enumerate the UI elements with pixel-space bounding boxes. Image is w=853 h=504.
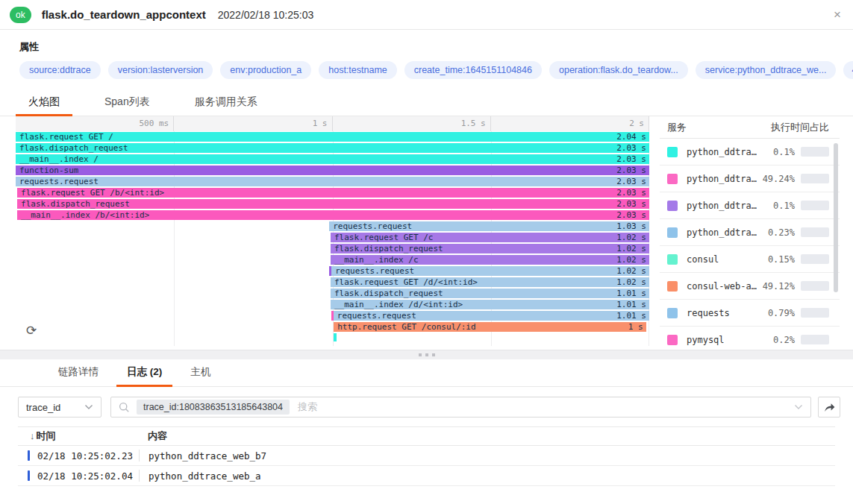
span-duration: 2.03 s — [616, 166, 649, 175]
status-badge: ok — [10, 7, 31, 23]
scrollbar-thumb[interactable] — [834, 143, 838, 292]
log-row[interactable]: 02/18 10:25:02.04python_ddtrace_web_a — [18, 466, 835, 486]
field-select[interactable]: trace_id — [18, 397, 101, 418]
flame-bar[interactable]: flask.dispatch_request1.01 s — [331, 289, 649, 298]
service-color-swatch — [667, 281, 678, 292]
service-progress-bar — [801, 281, 829, 291]
flame-bar[interactable]: function-sum2.03 s — [16, 166, 649, 175]
log-table: ↓时间 内容 02/18 10:25:02.23python_ddtrace_w… — [18, 426, 835, 486]
chevron-down-icon — [84, 404, 93, 410]
service-percent: 0.15% — [757, 254, 795, 265]
tab-active[interactable]: 火焰图 — [16, 95, 72, 116]
service-color-swatch — [667, 254, 678, 265]
attribute-tag[interactable]: service:python_ddtrace_we... — [696, 61, 837, 79]
service-row[interactable]: pymysql0.2% — [660, 327, 840, 346]
flame-bar[interactable]: requests.request1.01 s — [331, 311, 649, 321]
attribute-tag[interactable]: env:production_a — [220, 61, 311, 79]
time-column-header[interactable]: ↓时间 — [30, 429, 148, 443]
service-column-label: 服务 — [667, 121, 687, 134]
service-row[interactable]: python_ddtra…49.24% — [660, 166, 840, 192]
flame-bar[interactable]: requests.request1.02 s — [329, 266, 649, 276]
span-name: requests.request — [16, 177, 99, 186]
flame-bar[interactable]: requests.request1.03 s — [329, 221, 649, 231]
attribute-tags: source:ddtraceversion:lasterversionenv:p… — [19, 61, 835, 79]
search-icon — [119, 402, 130, 413]
log-accent-bar — [28, 470, 30, 481]
main-area: 500 ms1 s1.5 s2 s flask.request GET /2.0… — [0, 116, 853, 346]
service-percent: 0.2% — [757, 335, 795, 345]
filter-chip[interactable]: trace_id:18083863513185643804 — [137, 400, 290, 415]
close-icon[interactable]: × — [834, 8, 841, 21]
span-duration: 1.02 s — [616, 266, 649, 276]
more-tags-badge[interactable]: 4+ — [843, 61, 853, 79]
service-row[interactable]: consul-web-a…49.12% — [660, 273, 840, 300]
tab-inactive[interactable]: 链路详情 — [48, 365, 109, 386]
service-progress-bar — [801, 335, 829, 344]
share-icon — [823, 402, 836, 413]
flame-bar[interactable] — [334, 333, 336, 341]
flame-bar[interactable]: flask.request GET /2.04 s — [16, 132, 649, 142]
flame-bar[interactable]: __main__.index /2.03 s — [16, 154, 649, 164]
flame-bar[interactable]: __main__.index /c1.02 s — [331, 255, 649, 265]
flame-bar[interactable]: requests.request2.03 s — [16, 177, 649, 186]
attribute-tag[interactable]: version:lasterversion — [108, 61, 213, 79]
log-content: python_ddtrace_web_b7 — [140, 450, 266, 462]
share-button[interactable] — [818, 397, 840, 418]
flame-bar[interactable]: flask.request GET /d/<int:id>1.02 s — [331, 277, 649, 287]
service-row[interactable]: consul0.15% — [660, 246, 840, 273]
service-percent: 0.79% — [757, 308, 795, 318]
log-row[interactable]: 02/18 10:25:02.23python_ddtrace_web_b7 — [18, 446, 835, 466]
service-percent: 0.1% — [757, 201, 795, 211]
tab-active[interactable]: 日志 (2) — [116, 365, 172, 386]
span-duration: 1 s — [628, 322, 646, 332]
service-row[interactable]: python_ddtra…0.1% — [660, 139, 840, 166]
tab-inactive[interactable]: 服务调用关系 — [182, 95, 270, 116]
service-color-swatch — [667, 308, 678, 318]
attribute-tag[interactable]: operation:flask.do_teardow... — [549, 61, 688, 79]
flame-bar[interactable]: flask.dispatch_request1.02 s — [331, 244, 649, 253]
service-progress-bar — [801, 254, 829, 264]
service-color-swatch — [667, 201, 678, 211]
refresh-icon[interactable]: ⟳ — [26, 324, 37, 337]
service-row[interactable]: requests0.79% — [660, 300, 840, 327]
service-row[interactable]: python_ddtra…0.23% — [660, 219, 840, 246]
span-name: http.request GET /consul/:id — [334, 322, 475, 332]
flame-bar[interactable]: flask.request GET /b/<int:id>2.03 s — [17, 188, 649, 198]
service-progress-bar — [801, 174, 829, 183]
span-name: flask.dispatch_request — [331, 289, 443, 298]
sort-desc-icon[interactable]: ↓ — [30, 430, 35, 441]
service-name: python_ddtra… — [687, 227, 757, 238]
ratio-column-label: 执行时间占比 — [771, 121, 829, 134]
search-input[interactable]: trace_id:18083863513185643804 搜索 — [110, 397, 811, 418]
trace-timestamp: 2022/02/18 10:25:03 — [218, 9, 313, 21]
attribute-tag[interactable]: host:testname — [319, 61, 397, 79]
span-duration: 1.03 s — [616, 221, 649, 231]
flame-bar[interactable]: __main__.index /d/<int:id>1.01 s — [331, 300, 649, 309]
span-name: flask.request GET /c — [331, 233, 433, 242]
axis-tick: 1.5 s — [333, 116, 491, 131]
flame-bar[interactable]: flask.dispatch_request2.03 s — [16, 143, 649, 153]
service-name: python_ddtra… — [687, 147, 757, 157]
flame-bar[interactable]: flask.request GET /c1.02 s — [331, 233, 649, 242]
span-name: function-sum — [16, 166, 78, 175]
splitter-dot — [419, 353, 422, 356]
attribute-tag[interactable]: create_time:1645151104846 — [404, 61, 542, 79]
detail-tabs: 链路详情日志 (2)主机 — [0, 365, 853, 387]
span-duration: 2.03 s — [616, 188, 649, 198]
flame-bar[interactable]: __main__.index /b/<int:id>2.03 s — [17, 210, 649, 220]
chevron-down-icon[interactable] — [794, 404, 803, 410]
log-time: 02/18 10:25:02.23 — [37, 450, 139, 462]
flame-bar[interactable]: http.request GET /consul/:id1 s — [334, 322, 646, 332]
service-name: python_ddtra… — [687, 201, 757, 211]
splitter-handle[interactable] — [0, 350, 853, 359]
span-name: flask.request GET /d/<int:id> — [331, 277, 478, 287]
axis-tick: 500 ms — [16, 116, 174, 131]
flame-bar[interactable]: flask.dispatch_request2.03 s — [17, 199, 649, 209]
attribute-tag[interactable]: source:ddtrace — [19, 61, 101, 79]
log-table-header: ↓时间 内容 — [18, 426, 835, 446]
span-duration: 1.02 s — [616, 244, 649, 253]
service-row[interactable]: python_ddtra…0.1% — [660, 192, 840, 219]
tab-inactive[interactable]: 主机 — [180, 365, 221, 386]
span-name: flask.request GET / — [16, 132, 113, 142]
tab-inactive[interactable]: Span列表 — [92, 95, 163, 116]
